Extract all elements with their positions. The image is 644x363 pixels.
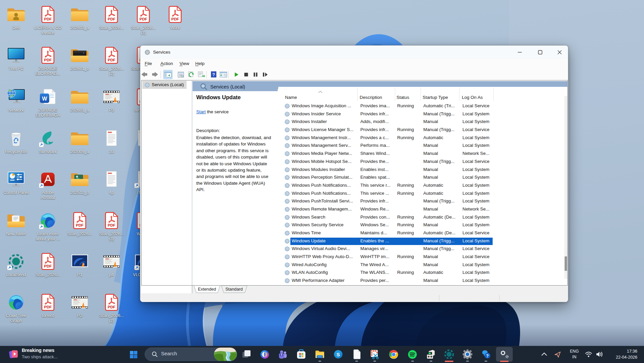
- svg-text:T: T: [281, 353, 283, 356]
- svg-text:Extended: Extended: [198, 287, 216, 292]
- svg-text:?: ?: [212, 72, 215, 77]
- svg-text:S: S: [337, 352, 340, 357]
- svg-text:Standard: Standard: [225, 287, 243, 292]
- svg-text:?: ?: [486, 354, 489, 358]
